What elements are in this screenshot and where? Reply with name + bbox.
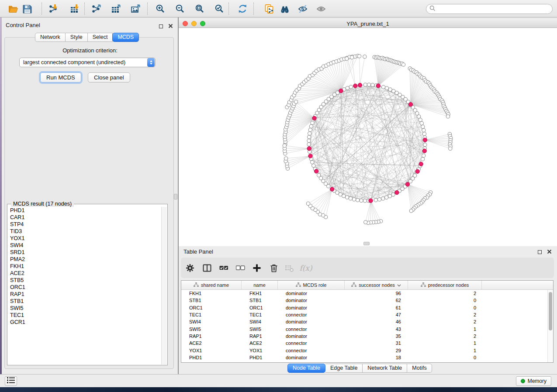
table-row[interactable]: SWI5SWI5connector431 <box>181 325 553 332</box>
column-header-successor-nodes[interactable]: successor nodes <box>345 281 408 289</box>
mcds-result-scrollbar[interactable] <box>161 207 167 364</box>
column-type-icon <box>351 282 356 288</box>
import-table-from-file-button[interactable] <box>67 1 82 16</box>
table-row[interactable]: SWI4SWI4dominator462 <box>181 318 553 325</box>
mcds-result-item[interactable]: ACE2 <box>10 270 161 277</box>
zoom-out-button[interactable] <box>173 1 187 16</box>
open-file-button[interactable] <box>5 1 20 16</box>
close-table-panel-button[interactable] <box>547 248 552 256</box>
node-table-header[interactable]: shared namenameMCDS rolesuccessor nodesp… <box>181 281 553 290</box>
toolbar-separator <box>147 3 148 15</box>
table-row[interactable]: FKH1FKH1dominator962 <box>181 290 553 297</box>
table-cell: ORC1 <box>181 305 242 310</box>
search-box[interactable] <box>426 4 553 14</box>
network-canvas[interactable] <box>179 28 557 246</box>
mcds-result-title: MCDS result (17 nodes) <box>11 201 74 207</box>
export-table-button[interactable] <box>108 1 123 16</box>
zoom-selected-region-button[interactable] <box>212 1 227 16</box>
network-view-titlebar[interactable]: YPA_prune.txt_1 <box>179 19 557 28</box>
memory-button[interactable]: Memory <box>516 376 551 386</box>
mcds-result-item[interactable]: PHD1 <box>10 207 161 214</box>
clone-network-button[interactable] <box>262 1 277 16</box>
table-mode-gear-button[interactable] <box>183 261 197 275</box>
column-type-icon <box>421 282 426 288</box>
first-neighbors-button[interactable] <box>277 1 292 16</box>
tab-node-table[interactable]: Node Table <box>287 364 325 373</box>
column-header-predecessor-nodes[interactable]: predecessor nodes <box>408 281 482 289</box>
table-row[interactable]: ACE2ACE2connector311 <box>181 340 553 347</box>
vertical-splitter-grip[interactable] <box>174 194 177 199</box>
mcds-result-item[interactable]: STB1 <box>10 298 161 305</box>
mcds-result-item[interactable]: SWI5 <box>10 305 161 312</box>
search-input[interactable] <box>436 6 552 12</box>
mcds-result-item[interactable]: SWI4 <box>10 242 161 249</box>
mcds-result-item[interactable]: STB5 <box>10 277 161 284</box>
tab-motifs[interactable]: Motifs <box>407 364 432 373</box>
show-all-button[interactable] <box>314 1 329 16</box>
mcds-result-item[interactable]: FKH1 <box>10 263 161 270</box>
zoom-fit-content-button[interactable] <box>192 1 207 16</box>
toolbar-separator <box>228 3 229 15</box>
show-columns-button[interactable] <box>201 261 214 275</box>
table-cell: 46 <box>345 319 408 324</box>
mcds-result-item[interactable]: RAP1 <box>10 291 161 298</box>
mcds-result-item[interactable]: TEC1 <box>10 312 161 319</box>
table-row[interactable]: TEC1TEC1connector472 <box>181 311 553 318</box>
table-row[interactable]: ORC1ORC1dominator610 <box>181 304 553 311</box>
horizontal-splitter-grip[interactable] <box>363 242 370 245</box>
main-toolbar <box>0 0 557 17</box>
column-header-name[interactable]: name <box>242 281 278 289</box>
table-cell: ACE2 <box>181 340 242 346</box>
table-cell: 0 <box>408 298 482 303</box>
create-column-button[interactable] <box>250 261 263 275</box>
zoom-in-button[interactable] <box>153 1 168 16</box>
mcds-result-item[interactable]: GCR1 <box>10 319 161 326</box>
table-cell: RAP1 <box>242 334 278 339</box>
table-panel: Table Panel f(x) shared namenameMCDS rol… <box>179 246 557 374</box>
zoom-fit-content-icon <box>196 5 203 12</box>
task-history-button[interactable] <box>5 376 17 386</box>
tab-edge-table[interactable]: Edge Table <box>325 364 363 373</box>
tab-select[interactable]: Select <box>88 33 113 42</box>
mcds-result-item[interactable]: SRD1 <box>10 249 161 256</box>
network-graph[interactable] <box>179 28 557 246</box>
float-panel-button[interactable] <box>159 24 163 28</box>
mcds-result-item[interactable]: ORC1 <box>10 284 161 291</box>
select-stepper-icon <box>147 58 155 67</box>
mcds-result-item[interactable]: TID3 <box>10 228 161 235</box>
hide-selected-button[interactable] <box>295 1 310 16</box>
column-header-shared-name[interactable]: shared name <box>181 281 242 289</box>
mcds-result-item[interactable]: YOX1 <box>10 235 161 242</box>
mcds-result-item[interactable]: STP4 <box>10 221 161 228</box>
table-row[interactable]: RAP1RAP1dominator352 <box>181 333 553 340</box>
table-row[interactable]: YOX1YOX1connector291 <box>181 347 553 354</box>
table-scrollbar[interactable] <box>547 290 553 362</box>
delete-columns-button[interactable] <box>267 261 280 275</box>
tab-style[interactable]: Style <box>66 33 88 42</box>
mcds-result-item[interactable]: CAR1 <box>10 214 161 221</box>
table-row[interactable]: STB1STB1dominator620 <box>181 297 553 304</box>
select-all-button[interactable] <box>217 261 230 275</box>
tab-network[interactable]: Network <box>35 33 66 42</box>
mcds-result-list[interactable]: PHD1CAR1STP4TID3YOX1SWI4SRD1PMA2FKH1ACE2… <box>8 207 161 364</box>
run-mcds-button[interactable]: Run MCDS <box>40 72 81 83</box>
table-cell: dominator <box>278 291 345 296</box>
table-cell: connector <box>278 348 345 353</box>
export-image-button[interactable] <box>128 1 143 16</box>
table-scrollbar-thumb[interactable] <box>549 292 552 330</box>
tab-mcds[interactable]: MCDS <box>112 33 139 42</box>
mcds-result-item[interactable]: PMA2 <box>10 256 161 263</box>
column-header-MCDS-role[interactable]: MCDS role <box>278 281 345 289</box>
deselect-all-button[interactable] <box>234 261 247 275</box>
import-network-from-file-button[interactable] <box>46 1 61 16</box>
optimization-criterion-select[interactable]: largest connected component (undirected) <box>19 58 156 67</box>
float-table-panel-button[interactable] <box>538 250 542 254</box>
close-panel-button[interactable] <box>168 22 173 30</box>
table-row[interactable]: PHD1PHD1dominator180 <box>181 354 553 361</box>
apply-layout-button[interactable] <box>235 1 250 16</box>
close-panel-action-button[interactable]: Close panel <box>88 72 130 83</box>
table-cell: 2 <box>408 334 482 339</box>
save-session-button[interactable] <box>19 1 34 16</box>
tab-network-table[interactable]: Network Table <box>363 364 407 373</box>
export-network-button[interactable] <box>89 1 104 16</box>
